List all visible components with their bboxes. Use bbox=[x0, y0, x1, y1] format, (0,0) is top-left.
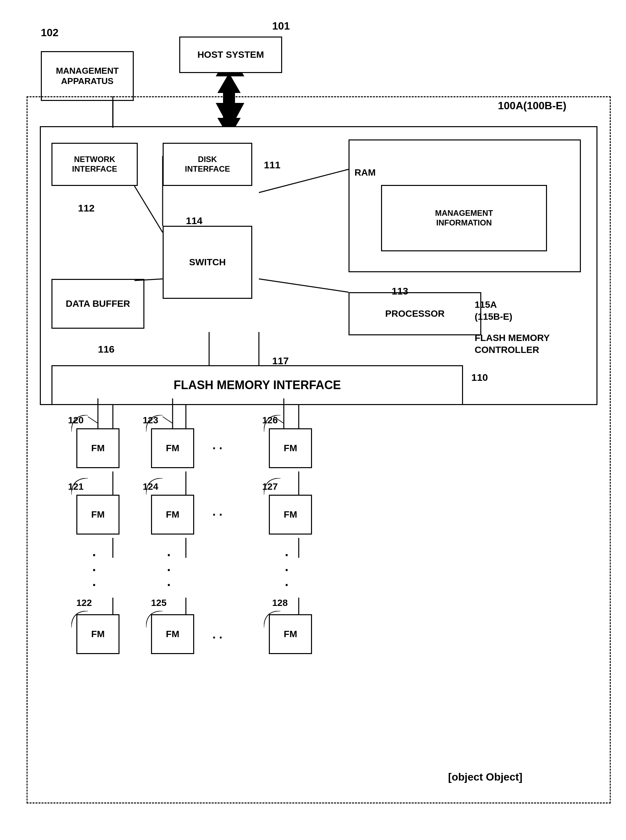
flash-memory-interface-label: FLASH MEMORY INTERFACE bbox=[174, 378, 341, 392]
ref-curve-124 bbox=[146, 478, 166, 498]
host-system-box: HOST SYSTEM bbox=[179, 36, 282, 73]
dots-horiz-bot: · · bbox=[213, 631, 222, 645]
dots-col1-mid: ··· bbox=[92, 548, 96, 592]
fm-label-120: FM bbox=[91, 443, 105, 454]
ref-122: 122 bbox=[76, 598, 92, 608]
ref-curve-122 bbox=[71, 611, 91, 631]
fm-box-121: FM bbox=[76, 495, 119, 534]
fm-box-127: FM bbox=[269, 495, 312, 534]
inner-lines bbox=[40, 126, 598, 405]
management-apparatus-label: MANAGEMENTAPPARATUS bbox=[56, 66, 119, 86]
fm-label-128: FM bbox=[284, 628, 297, 640]
ref-curve-125 bbox=[146, 611, 166, 631]
fm-label-126: FM bbox=[284, 443, 297, 454]
ref-curve-120 bbox=[71, 415, 91, 435]
ref-125: 125 bbox=[151, 598, 167, 608]
dots-horiz-top: · · bbox=[213, 442, 222, 456]
ref-110: 110 bbox=[471, 372, 488, 383]
svg-line-32 bbox=[259, 169, 349, 193]
ref-curve-123 bbox=[146, 415, 166, 435]
outer-container-ref: 100A(100B-E) bbox=[498, 100, 566, 112]
fm-label-127: FM bbox=[284, 509, 297, 520]
ref-curve-126 bbox=[264, 415, 284, 435]
fm-box-124: FM bbox=[151, 495, 194, 534]
ref-curve-128 bbox=[264, 611, 284, 631]
svg-line-33 bbox=[135, 279, 163, 281]
svg-line-34 bbox=[259, 279, 349, 292]
ref-curve-121 bbox=[71, 478, 91, 498]
ref-101: 101 bbox=[272, 20, 290, 32]
dots-col2-mid: ··· bbox=[167, 548, 171, 592]
fm-label-123: FM bbox=[166, 443, 179, 454]
flash-memory-controller-label: FLASH MEMORYCONTROLLER bbox=[475, 332, 550, 356]
fm-label-121: FM bbox=[91, 509, 105, 520]
ref-128: 128 bbox=[272, 598, 288, 608]
dots-horiz-mid: · · bbox=[213, 508, 222, 522]
svg-marker-27 bbox=[218, 73, 241, 93]
flash-memory-module-label: [object Object] bbox=[448, 770, 523, 784]
fm-label-122: FM bbox=[91, 628, 105, 640]
management-apparatus-box: MANAGEMENTAPPARATUS bbox=[41, 51, 134, 101]
dots-col3-mid: ··· bbox=[285, 548, 288, 592]
ref-curve-127 bbox=[264, 478, 284, 498]
diagram: 102 MANAGEMENTAPPARATUS 101 HOST SYSTEM … bbox=[0, 0, 626, 840]
fm-label-125: FM bbox=[166, 628, 179, 640]
fm-label-124: FM bbox=[166, 509, 179, 520]
mgmt-line bbox=[83, 96, 116, 130]
svg-line-30 bbox=[135, 186, 163, 232]
ref-102: 102 bbox=[41, 27, 58, 39]
host-system-label: HOST SYSTEM bbox=[197, 49, 264, 60]
flash-memory-controller-ref: 115A(115B-E) bbox=[475, 299, 512, 323]
ref-117: 117 bbox=[272, 355, 289, 367]
